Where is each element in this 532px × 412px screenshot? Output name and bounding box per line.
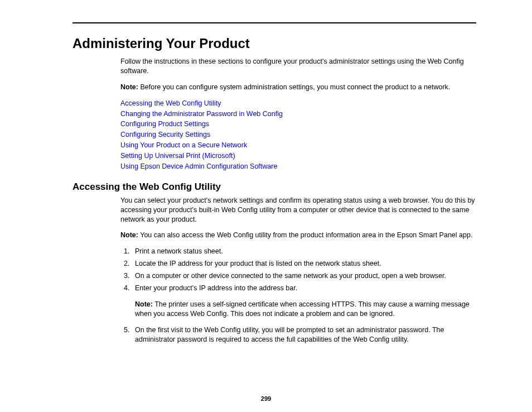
intro-block: Follow the instructions in these section… bbox=[120, 57, 476, 171]
note-label: Note: bbox=[135, 300, 153, 308]
step-item: Locate the IP address for your product t… bbox=[132, 259, 476, 269]
link-secure-network[interactable]: Using Your Product on a Secure Network bbox=[120, 141, 247, 149]
link-security-settings[interactable]: Configuring Security Settings bbox=[120, 131, 210, 138]
section-heading: Accessing the Web Config Utility bbox=[72, 181, 476, 193]
note-label: Note: bbox=[120, 231, 138, 239]
steps-list: Print a network status sheet. Locate the… bbox=[120, 247, 476, 293]
section-body: You can select your product's network se… bbox=[120, 196, 476, 344]
link-device-admin[interactable]: Using Epson Device Admin Configuration S… bbox=[120, 162, 277, 170]
page-title: Administering Your Product bbox=[72, 36, 476, 51]
note-3: Note: The printer uses a self-signed cer… bbox=[135, 300, 476, 319]
link-web-config[interactable]: Accessing the Web Config Utility bbox=[120, 99, 221, 107]
note-text: The printer uses a self-signed certifica… bbox=[135, 300, 470, 318]
link-product-settings[interactable]: Configuring Product Settings bbox=[120, 120, 209, 128]
link-admin-password[interactable]: Changing the Administrator Password in W… bbox=[120, 110, 283, 118]
note-label: Note: bbox=[120, 83, 138, 91]
page-number: 299 bbox=[0, 395, 532, 402]
steps-list-continued: On the first visit to the Web Config uti… bbox=[120, 325, 476, 344]
note-text: Before you can configure system administ… bbox=[138, 83, 450, 91]
document-page: Administering Your Product Follow the in… bbox=[0, 0, 532, 412]
note-text: You can also access the Web Config utili… bbox=[138, 231, 472, 239]
intro-paragraph: Follow the instructions in these section… bbox=[120, 57, 476, 76]
step-item: On a computer or other device connected … bbox=[132, 271, 476, 281]
section-intro: You can select your product's network se… bbox=[120, 196, 476, 224]
step-item: Print a network status sheet. bbox=[132, 247, 476, 256]
link-universal-print[interactable]: Setting Up Universal Print (Microsoft) bbox=[120, 152, 235, 160]
horizontal-rule bbox=[72, 22, 476, 23]
note-2: Note: You can also access the Web Config… bbox=[120, 231, 476, 240]
toc-links: Accessing the Web Config Utility Changin… bbox=[120, 99, 476, 171]
step-item: Enter your product's IP address into the… bbox=[132, 284, 476, 293]
note-1: Note: Before you can configure system ad… bbox=[120, 83, 476, 92]
step-item: On the first visit to the Web Config uti… bbox=[132, 325, 476, 344]
